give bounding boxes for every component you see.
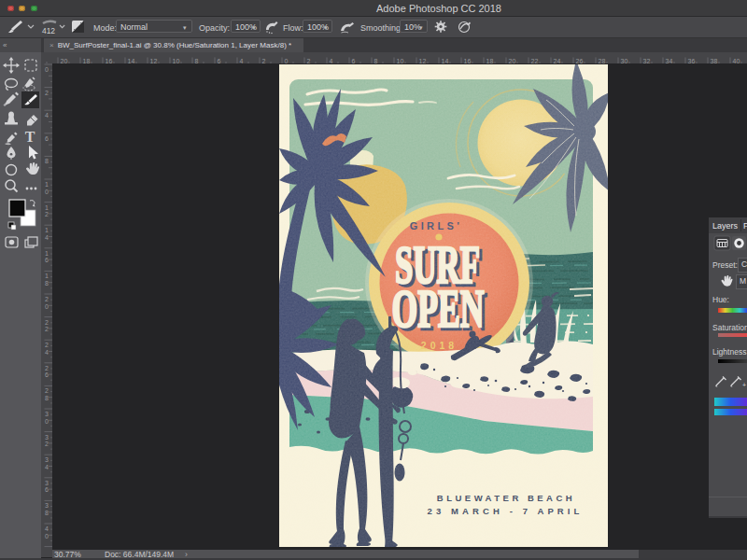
svg-text:2: 2 xyxy=(45,211,49,217)
svg-text:4: 4 xyxy=(45,525,49,532)
svg-text:2: 2 xyxy=(45,90,49,96)
svg-text:T: T xyxy=(25,129,35,145)
svg-text:8: 8 xyxy=(45,280,49,287)
svg-text:8: 8 xyxy=(45,158,49,164)
svg-text:3: 3 xyxy=(45,456,49,463)
svg-text:2: 2 xyxy=(45,296,49,302)
svg-text:3: 3 xyxy=(45,480,49,486)
svg-text:6: 6 xyxy=(45,486,49,493)
svg-text:412: 412 xyxy=(42,26,55,35)
svg-text:2: 2 xyxy=(45,387,49,394)
svg-text:0: 0 xyxy=(45,189,49,195)
svg-text:1: 1 xyxy=(45,204,49,211)
svg-text:3: 3 xyxy=(45,434,49,441)
svg-text:2: 2 xyxy=(45,441,49,447)
svg-text:2: 2 xyxy=(45,342,49,348)
svg-text:4: 4 xyxy=(45,112,49,119)
svg-text:8: 8 xyxy=(45,395,49,401)
svg-text:2: 2 xyxy=(45,365,49,371)
svg-text:0: 0 xyxy=(45,418,49,425)
svg-text:6: 6 xyxy=(45,257,49,263)
svg-text:6: 6 xyxy=(45,135,49,142)
svg-text:4: 4 xyxy=(45,234,49,241)
svg-text:1: 1 xyxy=(45,181,49,188)
svg-text:0: 0 xyxy=(45,66,49,73)
svg-text:1: 1 xyxy=(45,227,49,233)
svg-text:4: 4 xyxy=(45,464,49,470)
svg-text:2: 2 xyxy=(45,319,49,326)
svg-text:4: 4 xyxy=(45,549,49,550)
svg-text:1: 1 xyxy=(45,250,49,257)
svg-text:4: 4 xyxy=(45,349,49,356)
svg-text:2: 2 xyxy=(45,326,49,332)
svg-text:0: 0 xyxy=(45,303,49,310)
svg-text:1: 1 xyxy=(45,273,49,279)
svg-text:3: 3 xyxy=(45,502,49,509)
svg-text:3: 3 xyxy=(45,411,49,417)
svg-text:0: 0 xyxy=(45,533,49,539)
svg-text:6: 6 xyxy=(45,371,49,378)
svg-text:+: + xyxy=(742,382,746,388)
svg-text:8: 8 xyxy=(45,510,49,516)
